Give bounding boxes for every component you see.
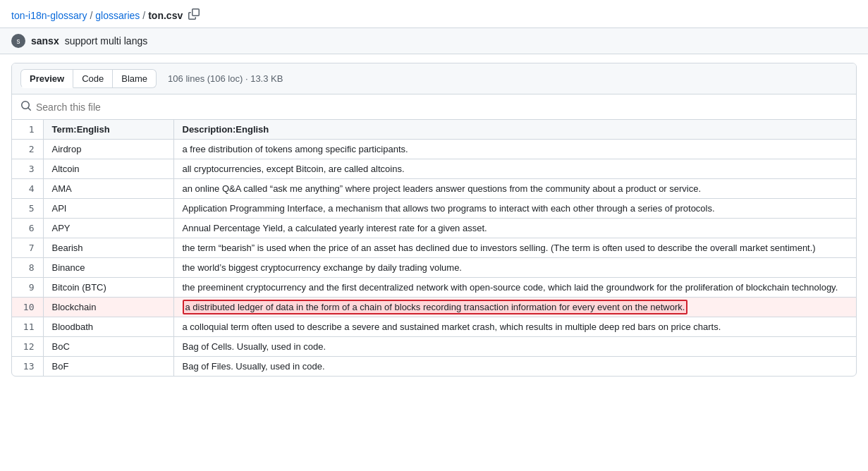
table-row: 11Bloodbatha colloquial term often used … <box>12 317 856 337</box>
line-number: 4 <box>12 179 43 199</box>
breadcrumb-file: ton.csv <box>148 10 183 21</box>
tab-blame[interactable]: Blame <box>113 69 157 88</box>
tab-code[interactable]: Code <box>73 69 113 88</box>
table-row: 4AMAan online Q&A called “ask me anythin… <box>12 179 856 199</box>
table-row: 8Binancethe world’s biggest cryptocurren… <box>12 258 856 278</box>
cell-desc: Description:English <box>173 120 856 140</box>
line-number: 13 <box>12 357 43 377</box>
cell-desc: a distributed ledger of data in the form… <box>173 298 856 317</box>
cell-term: Binance <box>43 258 173 278</box>
cell-desc: a free distribution of tokens among spec… <box>173 140 856 159</box>
cell-term: BoC <box>43 337 173 357</box>
cell-desc: all cryptocurrencies, except Bitcoin, ar… <box>173 159 856 179</box>
csv-table: 1Term:EnglishDescription:English2Airdrop… <box>12 120 856 376</box>
cell-term: APY <box>43 219 173 238</box>
file-container: Preview Code Blame 106 lines (106 loc) ·… <box>11 63 857 377</box>
breadcrumb-sep-1: / <box>90 10 92 21</box>
cell-term: Term:English <box>43 120 173 140</box>
cell-desc: the term “bearish” is used when the pric… <box>173 238 856 258</box>
cell-desc: Bag of Cells. Usually, used in code. <box>173 337 856 357</box>
cell-desc: Bag of Files. Usually, used in code. <box>173 357 856 377</box>
table-row: 6APYAnnual Percentage Yield, a calculate… <box>12 219 856 238</box>
line-number: 5 <box>12 199 43 219</box>
table-row: 3Altcoinall cryptocurrencies, except Bit… <box>12 159 856 179</box>
line-number: 2 <box>12 140 43 159</box>
breadcrumb-folder-link[interactable]: glossaries <box>95 10 140 21</box>
copy-path-icon[interactable] <box>188 8 200 22</box>
cell-term: API <box>43 199 173 219</box>
commit-author[interactable]: sansx <box>31 35 59 47</box>
cell-term: Bearish <box>43 238 173 258</box>
breadcrumb-repo-link[interactable]: ton-i18n-glossary <box>11 10 87 21</box>
commit-message: support multi langs <box>65 35 148 47</box>
cell-term: Bitcoin (BTC) <box>43 278 173 298</box>
table-row: 1Term:EnglishDescription:English <box>12 120 856 140</box>
line-number: 10 <box>12 298 43 317</box>
table-row: 10Blockchaina distributed ledger of data… <box>12 298 856 317</box>
cell-desc: the preeminent cryptocurrency and the fi… <box>173 278 856 298</box>
cell-term: AMA <box>43 179 173 199</box>
line-number: 7 <box>12 238 43 258</box>
avatar: s <box>11 34 25 48</box>
tab-preview[interactable]: Preview <box>20 69 73 88</box>
breadcrumb-sep-2: / <box>142 10 145 21</box>
file-meta: 106 lines (106 loc) · 13.3 KB <box>168 73 283 84</box>
line-number: 1 <box>12 120 43 140</box>
cell-desc: an online Q&A called “ask me anything” w… <box>173 179 856 199</box>
cell-desc: the world’s biggest cryptocurrency excha… <box>173 258 856 278</box>
breadcrumb: ton-i18n-glossary / glossaries / ton.csv <box>0 0 868 27</box>
search-icon <box>20 100 32 114</box>
file-header: Preview Code Blame 106 lines (106 loc) ·… <box>12 63 856 94</box>
table-row: 2Airdropa free distribution of tokens am… <box>12 140 856 159</box>
search-input[interactable] <box>36 102 848 113</box>
cell-term: Bloodbath <box>43 317 173 337</box>
line-number: 6 <box>12 219 43 238</box>
cell-term: Blockchain <box>43 298 173 317</box>
cell-desc: a colloquial term often used to describe… <box>173 317 856 337</box>
cell-term: Airdrop <box>43 140 173 159</box>
table-row: 12BoCBag of Cells. Usually, used in code… <box>12 337 856 357</box>
table-row: 7Bearishthe term “bearish” is used when … <box>12 238 856 258</box>
table-row: 13BoFBag of Files. Usually, used in code… <box>12 357 856 377</box>
cell-term: BoF <box>43 357 173 377</box>
search-bar <box>12 94 856 120</box>
cell-desc: Application Programming Interface, a mec… <box>173 199 856 219</box>
line-number: 3 <box>12 159 43 179</box>
line-number: 11 <box>12 317 43 337</box>
line-number: 9 <box>12 278 43 298</box>
line-number: 12 <box>12 337 43 357</box>
commit-bar: s sansx support multi langs <box>0 27 868 54</box>
highlighted-text: a distributed ledger of data in the form… <box>183 300 688 314</box>
line-number: 8 <box>12 258 43 278</box>
cell-term: Altcoin <box>43 159 173 179</box>
table-row: 5APIApplication Programming Interface, a… <box>12 199 856 219</box>
table-row: 9Bitcoin (BTC)the preeminent cryptocurre… <box>12 278 856 298</box>
cell-desc: Annual Percentage Yield, a calculated ye… <box>173 219 856 238</box>
